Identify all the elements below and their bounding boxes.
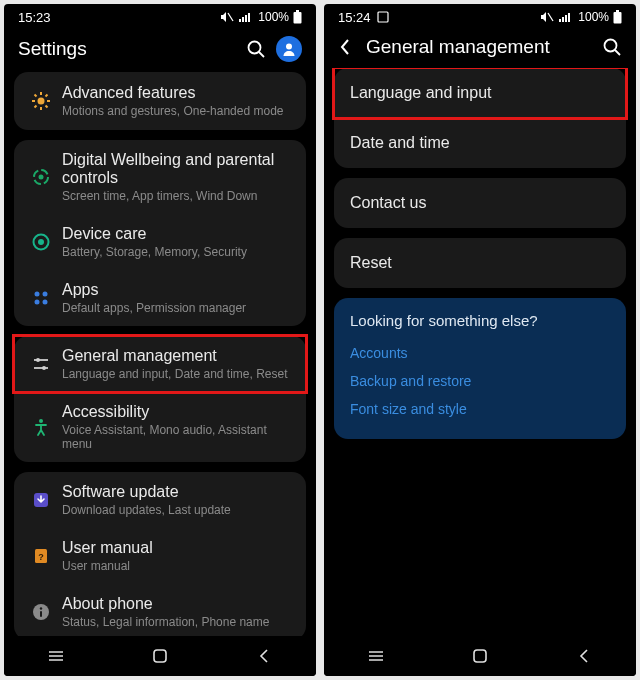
back-button[interactable]: [338, 37, 352, 57]
settings-item-user-manual[interactable]: ? User manual User manual: [14, 528, 306, 584]
item-title: Device care: [62, 225, 294, 243]
item-sub: Default apps, Permission manager: [62, 301, 294, 315]
svg-rect-3: [245, 15, 247, 22]
apps-icon: [31, 288, 51, 308]
svg-line-43: [548, 13, 553, 21]
mute-icon: [220, 11, 234, 23]
suggest-link-font[interactable]: Font size and style: [350, 395, 610, 423]
nav-recents[interactable]: [356, 649, 396, 663]
svg-line-15: [35, 95, 37, 97]
settings-item-general-management[interactable]: General management Language and input, D…: [14, 336, 306, 392]
svg-line-17: [46, 95, 48, 97]
settings-header: Settings: [4, 30, 316, 72]
svg-point-9: [286, 44, 292, 50]
item-title: Digital Wellbeing and parental controls: [62, 151, 294, 187]
svg-point-10: [38, 98, 45, 105]
search-icon: [602, 37, 622, 57]
svg-rect-55: [474, 650, 486, 662]
settings-item-software-update[interactable]: Software update Download updates, Last u…: [14, 472, 306, 528]
svg-line-0: [228, 13, 233, 21]
advanced-features-icon: [31, 91, 51, 111]
settings-item-apps[interactable]: Apps Default apps, Permission manager: [14, 270, 306, 326]
page-title: General management: [366, 36, 602, 58]
battery-pct: 100%: [578, 10, 609, 24]
svg-rect-46: [565, 15, 567, 22]
nav-back[interactable]: [564, 647, 604, 665]
item-sub: Status, Legal information, Phone name: [62, 615, 294, 629]
phone-general-management: 15:24 100% General management Language a…: [324, 4, 636, 676]
gm-group: Language and input Date and time: [334, 68, 626, 168]
gm-item-contact-us[interactable]: Contact us: [334, 178, 626, 228]
info-icon: [31, 602, 51, 622]
nav-home[interactable]: [460, 647, 500, 665]
svg-point-7: [249, 42, 261, 54]
nav-home[interactable]: [140, 647, 180, 665]
settings-list: Advanced features Motions and gestures, …: [4, 72, 316, 636]
search-button[interactable]: [246, 39, 266, 59]
svg-rect-41: [154, 650, 166, 662]
gm-group: Reset: [334, 238, 626, 288]
svg-rect-44: [559, 19, 561, 22]
suggest-link-accounts[interactable]: Accounts: [350, 339, 610, 367]
nav-bar: [324, 636, 636, 676]
svg-line-16: [46, 106, 48, 108]
item-sub: Download updates, Last update: [62, 503, 294, 517]
settings-group: Advanced features Motions and gestures, …: [14, 72, 306, 130]
suggestions-title: Looking for something else?: [350, 312, 610, 329]
svg-rect-4: [248, 13, 250, 22]
settings-item-device-care[interactable]: Device care Battery, Storage, Memory, Se…: [14, 214, 306, 270]
signal-icon: [558, 11, 572, 23]
item-sub: Battery, Storage, Memory, Security: [62, 245, 294, 259]
chevron-left-icon: [338, 37, 352, 57]
settings-item-about-phone[interactable]: About phone Status, Legal information, P…: [14, 584, 306, 636]
svg-point-36: [40, 607, 42, 609]
svg-rect-48: [616, 10, 619, 12]
gm-item-date-time[interactable]: Date and time: [334, 118, 626, 168]
status-icons: 100%: [220, 10, 302, 24]
svg-point-29: [36, 358, 40, 362]
settings-item-advanced-features[interactable]: Advanced features Motions and gestures, …: [14, 72, 306, 130]
svg-rect-1: [239, 19, 241, 22]
nav-bar: [4, 636, 316, 676]
svg-rect-49: [614, 12, 622, 24]
svg-line-18: [35, 106, 37, 108]
settings-item-wellbeing[interactable]: Digital Wellbeing and parental controls …: [14, 140, 306, 214]
item-title: User manual: [62, 539, 294, 557]
settings-item-accessibility[interactable]: Accessibility Voice Assistant, Mono audi…: [14, 392, 306, 462]
gm-header: General management: [324, 30, 636, 68]
svg-point-50: [605, 40, 617, 52]
settings-group: Digital Wellbeing and parental controls …: [14, 140, 306, 326]
settings-group: Software update Download updates, Last u…: [14, 472, 306, 636]
item-sub: Voice Assistant, Mono audio, Assistant m…: [62, 423, 294, 451]
battery-icon: [613, 10, 622, 24]
battery-pct: 100%: [258, 10, 289, 24]
gm-list: Language and input Date and time Contact…: [324, 68, 636, 636]
svg-point-20: [39, 175, 44, 180]
gm-item-language-input[interactable]: Language and input: [334, 68, 626, 118]
svg-point-26: [43, 300, 48, 305]
mute-icon: [540, 11, 554, 23]
item-title: General management: [62, 347, 294, 365]
manual-icon: ?: [31, 546, 51, 566]
svg-rect-6: [294, 12, 302, 24]
page-title: Settings: [18, 38, 246, 60]
nav-back[interactable]: [244, 647, 284, 665]
account-avatar[interactable]: [276, 36, 302, 62]
svg-point-22: [38, 239, 44, 245]
gm-item-reset[interactable]: Reset: [334, 238, 626, 288]
svg-rect-45: [562, 17, 564, 22]
search-button[interactable]: [602, 37, 622, 57]
item-sub: Motions and gestures, One-handed mode: [62, 104, 294, 118]
svg-point-30: [42, 366, 46, 370]
wellbeing-icon: [31, 167, 51, 187]
svg-line-8: [259, 52, 264, 57]
screenshot-indicator-icon: [377, 11, 389, 23]
svg-rect-37: [40, 611, 42, 617]
nav-recents[interactable]: [36, 649, 76, 663]
item-title: Advanced features: [62, 84, 294, 102]
suggest-link-backup[interactable]: Backup and restore: [350, 367, 610, 395]
suggestions-card: Looking for something else? Accounts Bac…: [334, 298, 626, 439]
phone-settings: 15:23 100% Settings Advanced features Mo…: [4, 4, 316, 676]
svg-point-25: [35, 300, 40, 305]
signal-icon: [238, 11, 252, 23]
